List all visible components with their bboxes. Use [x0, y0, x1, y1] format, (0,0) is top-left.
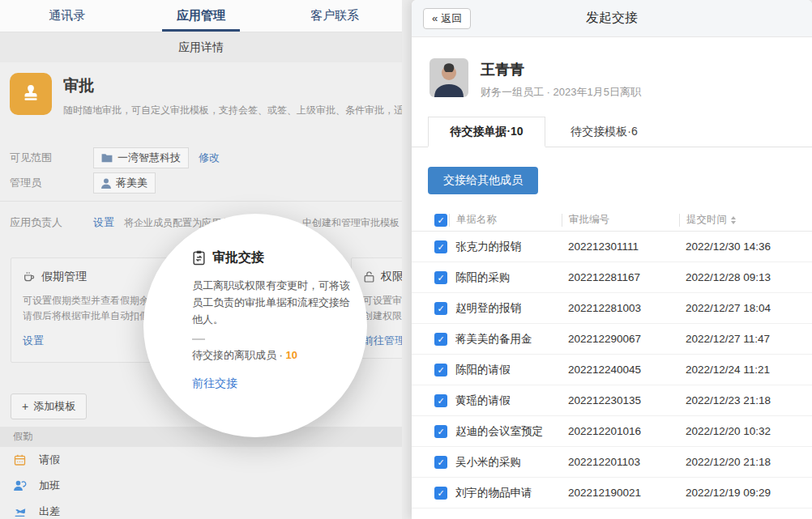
approval-id-cell: 202212290067: [562, 333, 679, 345]
attendance-group-header: 假勤: [0, 427, 402, 447]
transfer-to-member-button[interactable]: 交接给其他成员: [428, 167, 538, 194]
tab-pending-documents[interactable]: 待交接单据·10: [428, 117, 545, 147]
tab-contacts-label: 通讯录: [49, 8, 85, 23]
scope-value: 一湾智慧科技: [118, 151, 181, 165]
panel-header: « 返回 发起交接: [412, 0, 812, 37]
doc-name-cell: 黄瑶的请假: [449, 394, 562, 408]
template-leave[interactable]: 请假: [0, 447, 402, 473]
doc-name-cell: 赵明登的报销: [449, 301, 562, 316]
handover-clipboard-icon: [192, 250, 206, 266]
row-checkbox[interactable]: ✓: [434, 302, 447, 315]
owner-set-link[interactable]: 设置: [93, 215, 114, 230]
holiday-card-title: 假期管理: [41, 270, 87, 284]
owner-desc-right: 中创建和管理审批模板: [302, 216, 400, 230]
template-leave-label: 请假: [39, 453, 60, 467]
tab-customer-relations[interactable]: 客户联系: [268, 0, 402, 32]
submit-time-cell: 2022/12/20 21:18: [679, 456, 812, 468]
submit-time-cell: 2022/12/19 09:29: [679, 487, 812, 499]
row-checkbox[interactable]: ✓: [434, 425, 447, 438]
col-doc-name: 单据名称: [456, 213, 497, 227]
row-checkbox[interactable]: ✓: [434, 456, 447, 469]
panel-title: 发起交接: [412, 10, 812, 27]
row-checkbox[interactable]: ✓: [434, 487, 447, 500]
folder-icon: [101, 153, 113, 163]
back-button[interactable]: « 返回: [423, 8, 471, 29]
submit-time-cell: 2022/12/28 09:13: [679, 271, 812, 283]
modify-link[interactable]: 修改: [199, 151, 220, 165]
handover-tabs: 待交接单据·10 待交接模板·6: [412, 117, 812, 147]
doc-name-cell: 张克力的报销: [449, 240, 562, 254]
admin-value: 蒋美美: [116, 176, 147, 190]
app-admin-page: 通讯录 应用管理 客户联系 应用详情 审批 随时随地审批，可自定义审批模板，支持…: [0, 0, 402, 519]
col-approval-id: 审批编号: [569, 213, 609, 227]
row-checkbox[interactable]: ✓: [434, 364, 447, 376]
template-business-trip-label: 出差: [39, 504, 60, 519]
back-chevron-icon: «: [432, 12, 438, 24]
template-overtime[interactable]: 加班: [0, 473, 402, 499]
handover-card-desc: 员工离职或权限有变更时，可将该员工负责的审批单据和流程交接给他人。: [192, 277, 356, 328]
approval-id-cell: 202212281167: [562, 271, 679, 283]
tab-customer-relations-label: 客户联系: [310, 8, 359, 23]
tab-pending-templates[interactable]: 待交接模板·6: [545, 117, 663, 147]
table-row[interactable]: ✓ 蒋美美的备用金 202212290067 2022/12/27 11:47: [412, 324, 812, 355]
tab-app-management[interactable]: 应用管理: [134, 0, 267, 32]
submit-time-cell: 2022/12/24 11:21: [679, 364, 812, 376]
table-row[interactable]: ✓ 陈阳的采购 202212281167 2022/12/28 09:13: [412, 262, 812, 293]
doc-name-cell: 刘宇的物品申请: [449, 486, 562, 500]
table-row[interactable]: ✓ 陈阳的请假 202212240045 2022/12/24 11:21: [412, 355, 812, 385]
sort-icon[interactable]: [731, 216, 736, 224]
approval-id-cell: 202212230135: [562, 394, 679, 406]
permission-card-desc-line1: 可设置审批: [363, 293, 402, 308]
table-row[interactable]: ✓ 赵迪的会议室预定 202212201016 2022/12/20 10:32: [412, 416, 812, 447]
employee-meta: 财务一组员工 · 2023年1月5日离职: [481, 85, 641, 100]
submit-time-cell: 2022/12/20 10:32: [679, 425, 812, 437]
template-business-trip[interactable]: 出差: [0, 499, 402, 519]
approval-id-cell: 202212190021: [562, 487, 679, 499]
owner-label: 应用负责人: [10, 215, 93, 230]
row-checkbox[interactable]: ✓: [434, 240, 447, 253]
go-handover-link[interactable]: 前往交接: [192, 376, 356, 391]
back-button-label: 返回: [441, 11, 462, 26]
approval-id-cell: 202212281003: [562, 302, 679, 314]
tab-app-management-label: 应用管理: [177, 8, 225, 23]
table-row[interactable]: ✓ 刘宇的物品申请 202212190021 2022/12/19 09:29: [412, 478, 812, 508]
permission-manage-link[interactable]: 前往管理: [363, 334, 402, 348]
add-template-button[interactable]: + 添加模板: [11, 394, 87, 419]
employee-profile: 王青青 财务一组员工 · 2023年1月5日离职: [412, 37, 812, 100]
handover-divider: [192, 338, 205, 340]
scope-label: 可见范围: [10, 151, 93, 165]
pending-members-count: 10: [286, 349, 297, 361]
table-header: ✓ 单据名称 审批编号 提交时间: [412, 209, 812, 232]
doc-name-cell: 吴小米的采购: [449, 455, 562, 470]
pending-members-label: 待交接的离职成员 ·: [192, 349, 283, 361]
table-row[interactable]: ✓ 赵明登的报销 202212281003 2022/12/27 18:04: [412, 293, 812, 324]
row-checkbox[interactable]: ✓: [434, 271, 447, 284]
table-row[interactable]: ✓ 张克力的报销 202212301111 2022/12/30 14:36: [412, 232, 812, 262]
admin-label: 管理员: [10, 176, 93, 190]
overtime-person-icon: [13, 479, 27, 492]
plus-icon: +: [22, 400, 28, 413]
approval-app-icon: [10, 73, 52, 115]
table-row[interactable]: ✓ 吴小米的采购 202212201103 2022/12/20 21:18: [412, 447, 812, 478]
airplane-icon: [13, 505, 27, 518]
doc-name-cell: 赵迪的会议室预定: [449, 424, 562, 439]
submit-time-cell: 2022/12/23 21:18: [679, 394, 812, 406]
tab-contacts[interactable]: 通讯录: [0, 0, 134, 32]
doc-name-cell: 陈阳的请假: [449, 363, 562, 377]
lock-icon: [363, 270, 375, 283]
row-checkbox[interactable]: ✓: [434, 333, 447, 346]
documents-table: ✓ 张克力的报销 202212301111 2022/12/30 14:36 ✓…: [412, 232, 812, 508]
approval-id-cell: 202212240045: [562, 364, 679, 376]
person-icon: [101, 178, 111, 189]
initiate-handover-panel: « 返回 发起交接 王青青 财务一组员工 · 2023年1月5日离职 待交接单据…: [412, 0, 812, 519]
row-checkbox[interactable]: ✓: [434, 394, 447, 407]
submit-time-cell: 2022/12/27 18:04: [679, 302, 812, 314]
top-nav: 通讯录 应用管理 客户联系: [0, 0, 402, 32]
table-row[interactable]: ✓ 黄瑶的请假 202212230135 2022/12/23 21:18: [412, 385, 812, 416]
doc-name-cell: 陈阳的采购: [449, 270, 562, 285]
submit-time-cell: 2022/12/27 11:47: [679, 333, 812, 345]
add-template-label: 添加模板: [33, 399, 75, 414]
holiday-settings-link[interactable]: 设置: [23, 334, 44, 348]
approval-id-cell: 202212201016: [562, 425, 679, 437]
select-all-checkbox[interactable]: ✓: [434, 214, 447, 227]
